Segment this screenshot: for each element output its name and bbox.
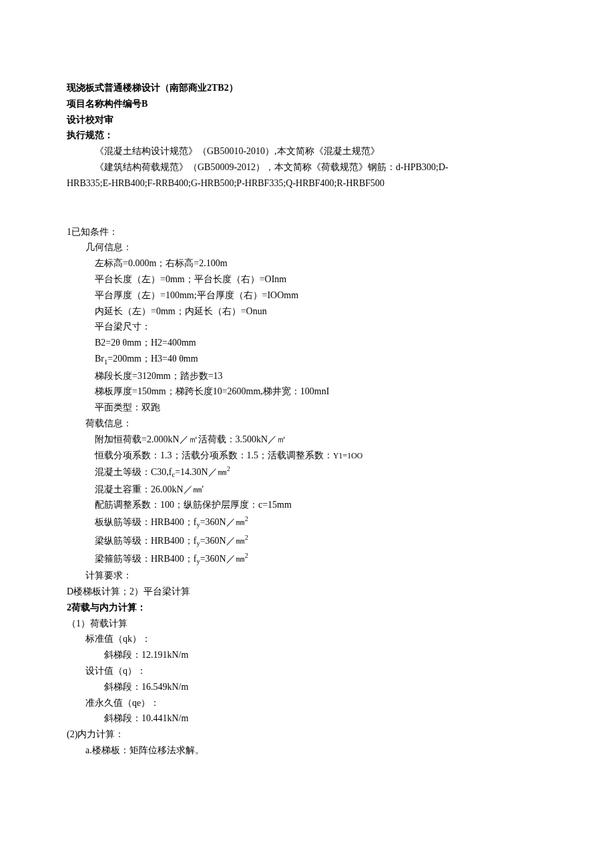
geom-plan-type: 平面类型：双跑: [67, 400, 547, 416]
spec-label: 执行规范：: [67, 127, 547, 143]
load-dead-live: 附加恒荷载=2.000kN／㎡活荷载：3.500kN／㎡: [67, 432, 547, 448]
geom-br1-h3: Br1=200mm；H3=4θ θmm: [67, 351, 547, 368]
quasi-perm-label: 准永久值（qe）：: [67, 695, 547, 711]
geom-platform-length: 平台长度（左）=0mm；平台长度（右）=OInm: [67, 272, 547, 288]
load-label: 荷载信息：: [67, 416, 547, 432]
design-check-line: 设计校对审: [67, 112, 547, 128]
internal-force-label: (2)内力计算：: [67, 727, 547, 743]
spec-line-3: HRB335;E-HRB400;F-RRB400;G-HRB500;P-HRBF…: [67, 175, 547, 191]
design-value-label: 设计值（q）：: [67, 663, 547, 679]
section-2-header: 2荷载与内力计算：: [67, 600, 547, 616]
geom-elevation: 左标高=0.000m；右标高=2.100m: [67, 256, 547, 272]
calc-req-items: D楼梯板计算；2）平台梁计算: [67, 584, 547, 600]
spec-line-2: 《建筑结构荷载规范》（GB50009-2012），本文简称《荷载规范》钢筋：d-…: [67, 159, 547, 175]
calc-req-label: 计算要求：: [67, 568, 547, 584]
geom-platform-thickness: 平台厚度（左）=100mm;平台厚度（右）=IOOmm: [67, 288, 547, 304]
geom-inner-extension: 内延长（左）=0mm；内延长（右）=Onun: [67, 304, 547, 320]
spec-line-1: 《混凝土结构设计规范》（GB50010-2010）,本文简称《混凝土规范》: [67, 143, 547, 159]
project-line: 项目名称构件编号B: [67, 96, 547, 112]
concrete-density: 混凝土容重：26.00kN／㎜': [67, 482, 547, 498]
geom-flight-length: 梯段长度=3120mm；踏步数=13: [67, 368, 547, 384]
design-value: 斜梯段：16.549kN/m: [67, 679, 547, 695]
std-value-label: 标准值（qk）：: [67, 631, 547, 647]
geom-beam-size-label: 平台梁尺寸：: [67, 319, 547, 335]
geom-label: 几何信息：: [67, 240, 547, 256]
geom-b2-h2: B2=2θ θmm；H2=400mm: [67, 335, 547, 351]
doc-title: 现浇板式普通楼梯设计（南部商业2TB2）: [67, 80, 547, 96]
load-calc-label: （1）荷载计算: [67, 616, 547, 632]
load-factors: 恒载分项系数：1.3；活载分项系数：1.5；活载调整系数：Y1=1OO: [67, 448, 547, 464]
section-1-header: 1已知条件：: [67, 224, 547, 240]
beam-long-rebar: 梁纵筋等级：HRB400；fy=360N／㎜2: [67, 532, 547, 550]
geom-slab-thickness: 梯板厚度=150mm；梯跨长度10=2600mm,梯井宽：100mnI: [67, 384, 547, 400]
std-value: 斜梯段：12.191kN/m: [67, 647, 547, 663]
rebar-factor-cover: 配筋调整系数：100；纵筋保护层厚度：c=15mm: [67, 497, 547, 513]
slab-long-rebar: 板纵筋等级：HRB400；fy=360N／㎜2: [67, 513, 547, 531]
stair-slab-method: a.楼梯板：矩阵位移法求解。: [67, 743, 547, 759]
quasi-perm-value: 斜梯段：10.441kN/m: [67, 711, 547, 727]
concrete-grade: 混凝土等级：C30,fc=14.30N／㎜2: [67, 463, 547, 481]
beam-stirrup-rebar: 梁箍筋等级：HRB400；fy=360N／㎜2: [67, 550, 547, 568]
